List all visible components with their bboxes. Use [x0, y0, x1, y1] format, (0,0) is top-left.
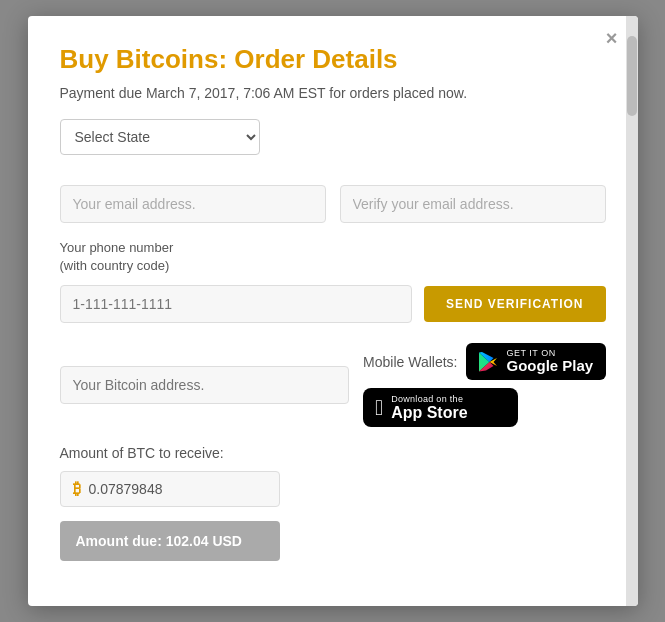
btc-icon: ₿ [73, 480, 81, 498]
wallets-label-row: Mobile Wallets: [363, 343, 605, 380]
amount-due-button: Amount due: 102.04 USD [60, 521, 280, 561]
verify-email-input[interactable] [340, 185, 606, 223]
bitcoin-wallets-row: Mobile Wallets: [60, 343, 606, 427]
amount-label: Amount of BTC to receive: [60, 445, 606, 461]
wallets-label: Mobile Wallets: [363, 354, 457, 370]
email-row [60, 185, 606, 223]
phone-label: Your phone number (with country code) [60, 239, 606, 275]
phone-row: SEND VERIFICATION [60, 285, 606, 323]
send-verification-button[interactable]: SEND VERIFICATION [424, 286, 605, 322]
scrollbar[interactable] [626, 16, 638, 606]
google-play-badge[interactable]: GET IT ON Google Play [466, 343, 606, 380]
wallets-section: Mobile Wallets: [363, 343, 605, 427]
state-select[interactable]: Select State Alabama Alaska Arizona Cali… [60, 119, 260, 155]
amount-input-row: ₿ 0.07879848 [60, 471, 280, 507]
google-play-text: GET IT ON Google Play [507, 348, 594, 375]
apple-icon:  [375, 395, 383, 421]
close-button[interactable]: × [606, 28, 618, 48]
overlay: × Buy Bitcoins: Order Details Payment du… [0, 0, 665, 622]
scrollbar-thumb [627, 36, 637, 116]
appstore-text: Download on the App Store [391, 394, 467, 422]
email-input[interactable] [60, 185, 326, 223]
google-play-icon [476, 350, 500, 374]
modal-title: Buy Bitcoins: Order Details [60, 44, 606, 75]
modal: × Buy Bitcoins: Order Details Payment du… [28, 16, 638, 606]
bitcoin-address-input[interactable] [60, 366, 350, 404]
amount-value: 0.07879848 [89, 481, 163, 497]
appstore-badge[interactable]:  Download on the App Store [363, 388, 518, 428]
payment-due-text: Payment due March 7, 2017, 7:06 AM EST f… [60, 85, 606, 101]
phone-input[interactable] [60, 285, 413, 323]
